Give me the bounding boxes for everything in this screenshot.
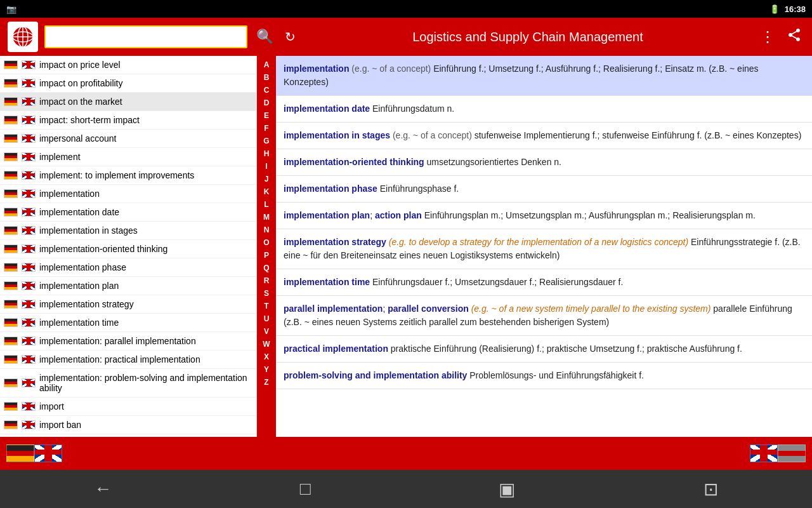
flag-gb-left[interactable]	[34, 444, 62, 462]
list-item[interactable]: implement: to implement improvements	[0, 166, 256, 185]
flag-gb-sm	[22, 134, 36, 143]
definition-term2[interactable]: action plan	[375, 210, 422, 220]
list-item[interactable]: import ban	[0, 416, 256, 434]
list-item[interactable]: implementation: problem-solving and impl…	[0, 369, 256, 398]
alpha-letter-q[interactable]: Q	[257, 262, 276, 274]
share-button[interactable]	[784, 25, 804, 50]
alpha-letter-h[interactable]: H	[257, 147, 276, 160]
alpha-letter-z[interactable]: Z	[257, 376, 276, 389]
flag-de-sm	[4, 171, 18, 180]
list-item[interactable]: implement	[0, 148, 256, 166]
definition-term[interactable]: practical implementation	[284, 344, 388, 354]
flag-de-sm	[4, 226, 18, 235]
alpha-letter-r[interactable]: R	[257, 274, 276, 287]
refresh-button[interactable]: ↻	[282, 27, 298, 47]
alpha-letter-l[interactable]: L	[257, 198, 276, 211]
list-item-text: implementation in stages	[39, 225, 138, 236]
list-item[interactable]: implementation	[0, 185, 256, 203]
definition-term[interactable]: parallel implementation	[284, 304, 383, 314]
search-button[interactable]: 🔍	[254, 26, 276, 48]
alpha-letter-s[interactable]: S	[257, 287, 276, 300]
list-item-text: implementation time	[39, 318, 119, 328]
flag-gb-right[interactable]	[750, 444, 778, 462]
flag-de-sm	[4, 60, 18, 69]
definition-term[interactable]: implementation-oriented thinking	[284, 157, 424, 167]
definition-term[interactable]: implementation plan	[284, 210, 370, 220]
list-item[interactable]: implementation: parallel implementation	[0, 332, 256, 351]
definition-term[interactable]: implementation in stages	[284, 130, 390, 140]
alpha-letter-b[interactable]: B	[257, 71, 276, 84]
definition-term[interactable]: implementation phase	[284, 184, 377, 194]
flag-gb-sm	[22, 171, 36, 180]
alpha-letter-u[interactable]: U	[257, 312, 276, 325]
list-item-text: import ban	[39, 420, 81, 430]
alpha-letter-t[interactable]: T	[257, 300, 276, 312]
more-options-button[interactable]: ⋮	[757, 25, 778, 48]
flag-gb-sm	[22, 378, 36, 387]
screenshot-button[interactable]: ⊡	[688, 474, 733, 505]
list-item[interactable]: implementation phase	[0, 258, 256, 277]
definition-term[interactable]: implementation time	[284, 277, 370, 287]
alpha-letter-k[interactable]: K	[257, 185, 276, 198]
flag-de-sm	[4, 378, 18, 387]
alpha-letter-a[interactable]: A	[257, 58, 276, 71]
alpha-letter-y[interactable]: Y	[257, 363, 276, 376]
list-item-text: impact on profitability	[39, 78, 123, 88]
list-item[interactable]: import	[0, 398, 256, 416]
alpha-letter-v[interactable]: V	[257, 325, 276, 338]
flag-gb-sm	[22, 281, 36, 290]
alphabet-sidebar: ABCDEFGHIJKLMNOPQRSTUVWXYZ	[257, 56, 276, 437]
definition-term2[interactable]: parallel conversion	[388, 304, 469, 314]
alpha-letter-f[interactable]: F	[257, 122, 276, 135]
search-input[interactable]	[44, 25, 247, 48]
list-item[interactable]: implementation: practical implementation	[0, 351, 256, 369]
list-item[interactable]: impact on profitability	[0, 74, 256, 93]
recent-apps-button[interactable]: ▣	[483, 474, 530, 505]
list-item[interactable]: impact on price level	[0, 56, 256, 74]
list-item[interactable]: implementation strategy	[0, 295, 256, 314]
list-item-text: implementation plan	[39, 281, 119, 291]
back-button[interactable]: ←	[79, 474, 127, 504]
alpha-letter-i[interactable]: I	[257, 160, 276, 173]
alpha-letter-m[interactable]: M	[257, 211, 276, 224]
flag-de-sm	[4, 281, 18, 290]
alpha-letter-x[interactable]: X	[257, 351, 276, 363]
flag-gb-sm	[22, 420, 36, 429]
definition-translation: Einführungsplan m.; Umsetzungsplan m.; A…	[424, 210, 756, 220]
list-item[interactable]: impact: short-term impact	[0, 111, 256, 130]
list-item[interactable]: impact on the market	[0, 93, 256, 111]
alpha-letter-c[interactable]: C	[257, 84, 276, 97]
flag-de-sm	[4, 134, 18, 143]
definition-row: implementation in stages (e.g. ~ of a co…	[276, 123, 812, 149]
alpha-letter-o[interactable]: O	[257, 236, 276, 249]
alpha-letter-p[interactable]: P	[257, 249, 276, 262]
definition-term[interactable]: problem-solving and implementation abili…	[284, 370, 467, 380]
alpha-letter-g[interactable]: G	[257, 135, 276, 147]
toolbar: 🔍 ↻ Logistics and Supply Chain Managemen…	[0, 18, 812, 56]
list-item[interactable]: implementation date	[0, 203, 256, 222]
flag-de-left[interactable]	[6, 444, 34, 462]
flag-gb-sm	[22, 402, 36, 411]
definition-term[interactable]: implementation	[284, 64, 349, 74]
list-item[interactable]: implementation in stages	[0, 222, 256, 240]
definition-term[interactable]: implementation strategy	[284, 237, 386, 247]
list-item[interactable]: impersonal account	[0, 130, 256, 148]
alpha-letter-e[interactable]: E	[257, 109, 276, 122]
list-item[interactable]: implementation time	[0, 314, 256, 332]
flag-de-sm	[4, 318, 18, 327]
app-logo	[8, 22, 38, 52]
alpha-letter-n[interactable]: N	[257, 224, 276, 236]
definition-term[interactable]: implementation date	[284, 104, 370, 114]
alpha-letter-j[interactable]: J	[257, 173, 276, 185]
flag-de-sm	[4, 244, 18, 253]
list-item[interactable]: implementation plan	[0, 277, 256, 295]
list-item-text: implementation strategy	[39, 299, 134, 309]
flag-de-right[interactable]	[778, 444, 806, 462]
flag-de-sm	[4, 97, 18, 106]
alpha-letter-w[interactable]: W	[257, 338, 276, 351]
definition-translation: umsetzungsorientiertes Denken n.	[427, 157, 561, 167]
home-button[interactable]: □	[285, 474, 326, 504]
alpha-letter-d[interactable]: D	[257, 97, 276, 109]
list-item-text: implementation-oriented thinking	[39, 244, 167, 254]
list-item[interactable]: implementation-oriented thinking	[0, 240, 256, 258]
